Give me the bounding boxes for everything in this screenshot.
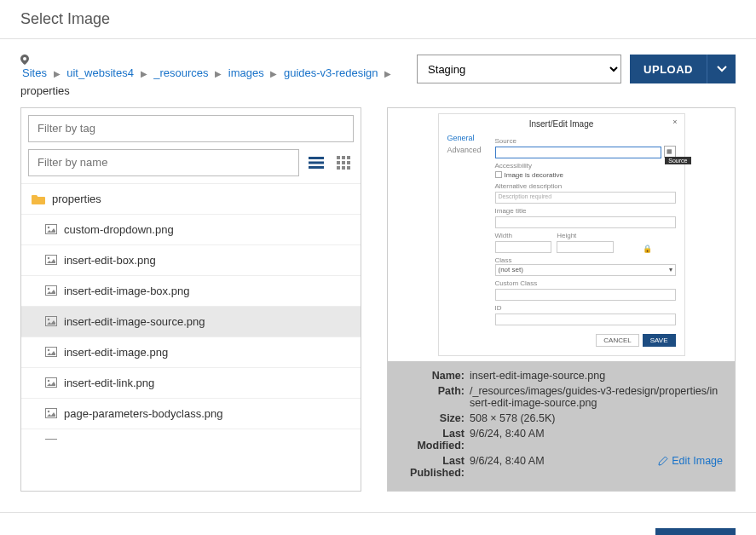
close-icon: × xyxy=(672,118,677,126)
svg-rect-1 xyxy=(309,161,324,164)
file-row[interactable]: insert-edit-link.png xyxy=(21,368,361,399)
svg-rect-10 xyxy=(342,166,345,170)
svg-rect-8 xyxy=(347,161,350,164)
file-name: page-parameters-bodyclass.png xyxy=(64,407,222,420)
svg-point-25 xyxy=(48,411,49,412)
breadcrumb-link[interactable]: images xyxy=(228,66,264,79)
content-area: properties custom-dropdown.pnginsert-edi… xyxy=(0,107,756,512)
breadcrumb-current: properties xyxy=(20,84,70,97)
meta-modified-label: Last Modified: xyxy=(400,428,470,452)
preview-image: Insert/Edit Image × General Advanced Sou… xyxy=(438,113,685,356)
right-controls: Staging UPLOAD xyxy=(417,55,736,83)
file-row[interactable]: insert-edit-image.png xyxy=(21,337,361,368)
preview-panel: Insert/Edit Image × General Advanced Sou… xyxy=(387,107,736,492)
dialog-footer: CANCEL INSERT xyxy=(0,512,756,535)
svg-rect-11 xyxy=(347,166,350,170)
image-file-icon xyxy=(45,224,57,234)
svg-rect-6 xyxy=(337,161,340,164)
file-row[interactable]: insert-edit-box.png xyxy=(21,245,361,276)
folder-row[interactable]: properties xyxy=(21,184,361,215)
dialog-title: Select Image xyxy=(20,10,736,28)
meta-size-value: 508 × 578 (26.5K) xyxy=(470,412,723,424)
image-file-icon xyxy=(45,377,57,388)
environment-select[interactable]: Staging xyxy=(417,55,621,83)
image-file-icon xyxy=(45,347,57,357)
svg-rect-3 xyxy=(337,156,340,159)
breadcrumb-link[interactable]: _resources xyxy=(153,66,208,79)
metadata-section: Name: insert-edit-image-source.png Path:… xyxy=(388,361,735,491)
meta-name-value: insert-edit-image-source.png xyxy=(470,370,723,382)
svg-point-17 xyxy=(48,288,49,290)
svg-rect-5 xyxy=(347,156,350,159)
file-name: quicklinksmenu-tableproperties.png xyxy=(64,438,239,440)
dialog-header: Select Image xyxy=(0,0,756,39)
meta-path-value: /_resources/images/guides-v3-redesign/pr… xyxy=(470,385,723,409)
toolbar: Sites ▶ uit_websites4 ▶ _resources ▶ ima… xyxy=(0,39,756,107)
meta-published-label: Last Published: xyxy=(400,455,470,479)
svg-rect-7 xyxy=(342,161,345,164)
folder-name: properties xyxy=(52,193,101,205)
list-view-icon xyxy=(309,157,324,169)
breadcrumb-link[interactable]: Sites xyxy=(22,66,47,79)
file-row[interactable]: insert-edit-image-box.png xyxy=(21,276,361,307)
file-name: insert-edit-box.png xyxy=(64,254,156,267)
meta-path-label: Path: xyxy=(400,385,470,397)
location-pin-icon xyxy=(20,55,395,65)
upload-dropdown-button[interactable] xyxy=(707,55,736,83)
image-file-icon xyxy=(45,285,57,296)
image-file-icon xyxy=(45,439,57,440)
insert-button[interactable]: INSERT xyxy=(655,528,736,535)
preview-area: Insert/Edit Image × General Advanced Sou… xyxy=(388,108,735,361)
file-name: insert-edit-image.png xyxy=(64,346,168,359)
chevron-right-icon: ▶ xyxy=(141,69,147,78)
select-image-dialog: Select Image Sites ▶ uit_websites4 ▶ _re… xyxy=(0,0,756,535)
caret-down-icon xyxy=(717,66,727,72)
file-name: insert-edit-link.png xyxy=(64,377,154,389)
file-name: insert-edit-image-source.png xyxy=(64,315,205,328)
file-row[interactable]: page-parameters-bodyclass.png xyxy=(21,399,361,429)
folder-icon xyxy=(32,193,45,204)
upload-button-group: UPLOAD xyxy=(630,55,736,83)
meta-name-label: Name: xyxy=(400,370,470,382)
file-name: insert-edit-image-box.png xyxy=(64,285,189,297)
pencil-icon xyxy=(658,456,668,466)
svg-point-21 xyxy=(48,349,49,351)
svg-point-15 xyxy=(48,257,49,259)
image-file-icon xyxy=(45,316,57,326)
list-view-button[interactable] xyxy=(306,152,326,173)
svg-rect-4 xyxy=(342,156,345,159)
source-browse-icon: ▦ xyxy=(664,146,675,158)
svg-rect-9 xyxy=(337,166,340,170)
chevron-right-icon: ▶ xyxy=(384,69,391,78)
breadcrumb-link[interactable]: uit_websites4 xyxy=(66,66,134,79)
file-row[interactable]: custom-dropdown.png xyxy=(21,215,361,245)
filter-name-input[interactable] xyxy=(28,149,299,176)
meta-published-value: 9/6/24, 8:40 AM xyxy=(470,455,545,467)
lock-icon: 🔒 xyxy=(619,244,676,253)
file-list[interactable]: properties custom-dropdown.pnginsert-edi… xyxy=(21,184,361,440)
edit-image-link[interactable]: Edit Image xyxy=(658,455,723,467)
chevron-right-icon: ▶ xyxy=(270,69,277,78)
svg-point-19 xyxy=(48,319,49,320)
svg-rect-2 xyxy=(309,166,324,169)
breadcrumb: Sites ▶ uit_websites4 ▶ _resources ▶ ima… xyxy=(20,55,395,101)
file-name: custom-dropdown.png xyxy=(64,223,174,236)
image-file-icon xyxy=(45,255,57,265)
svg-rect-0 xyxy=(309,157,324,159)
file-row[interactable]: quicklinksmenu-tableproperties.png xyxy=(21,429,361,440)
filter-tag-input[interactable] xyxy=(28,115,354,142)
chevron-right-icon: ▶ xyxy=(215,69,222,78)
meta-modified-value: 9/6/24, 8:40 AM xyxy=(470,428,723,440)
svg-point-13 xyxy=(48,227,49,228)
file-row[interactable]: insert-edit-image-source.png xyxy=(21,307,361,337)
grid-view-icon xyxy=(337,156,350,170)
meta-size-label: Size: xyxy=(400,412,470,424)
filter-section xyxy=(21,108,361,184)
image-file-icon xyxy=(45,408,57,418)
chevron-right-icon: ▶ xyxy=(54,69,61,78)
breadcrumb-link[interactable]: guides-v3-redesign xyxy=(284,66,378,79)
grid-view-button[interactable] xyxy=(333,152,354,173)
upload-button[interactable]: UPLOAD xyxy=(630,55,707,83)
svg-point-23 xyxy=(48,380,49,382)
file-browser-panel: properties custom-dropdown.pnginsert-edi… xyxy=(20,107,361,492)
